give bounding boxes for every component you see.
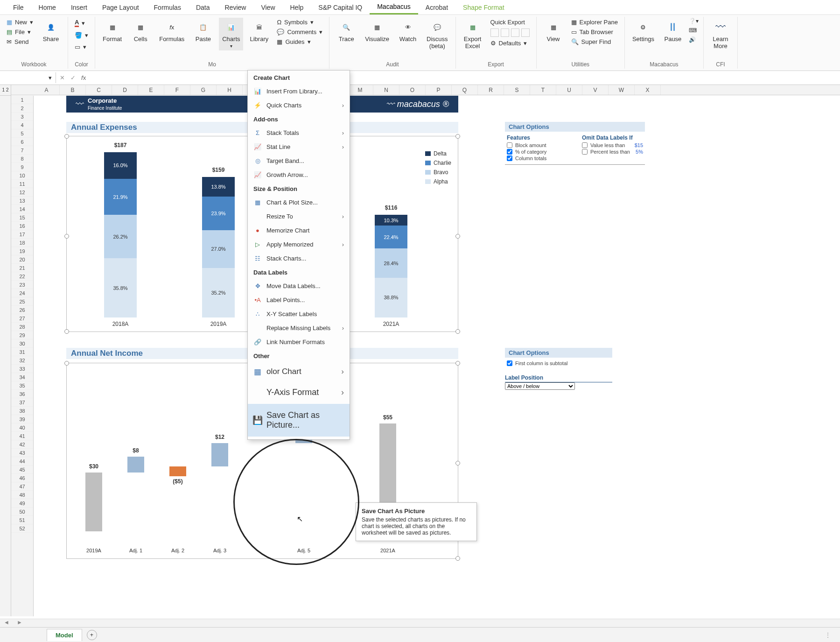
opt-value-less[interactable]: Value less than$15 <box>582 142 643 148</box>
menu-macabacus[interactable]: Macabacus <box>370 0 418 14</box>
sheet-tab-model[interactable]: Model <box>47 629 82 641</box>
resize-handle[interactable] <box>455 234 460 239</box>
menu-stack-totals[interactable]: ΣStack Totals› <box>248 126 350 140</box>
row-header[interactable]: 11 <box>11 180 33 188</box>
row-header[interactable]: 46 <box>11 474 33 482</box>
super-find-button[interactable]: 🔍 Super Find <box>569 37 620 46</box>
charts-button[interactable]: 📊Charts▾ <box>219 18 243 50</box>
row-header[interactable]: 18 <box>11 239 33 247</box>
row-header[interactable]: 3 <box>11 113 33 121</box>
fill-color-button[interactable]: 🪣 ▾ <box>73 31 90 40</box>
col-header[interactable]: X <box>635 85 661 95</box>
send-button[interactable]: ✉Send <box>5 37 35 46</box>
export-opt-icon4[interactable] <box>521 28 530 37</box>
sound-icon[interactable]: 🔊 <box>689 36 699 43</box>
row-header[interactable]: 36 <box>11 390 33 398</box>
row-header[interactable]: 30 <box>11 339 33 348</box>
row-header[interactable]: 33 <box>11 365 33 373</box>
formulas-button[interactable]: fxFormulas <box>156 18 187 44</box>
stacked-bar[interactable]: 38.8%28.4%22.4%10.3%$116 <box>375 215 407 317</box>
opt-pct-category[interactable]: % of category <box>507 148 568 155</box>
row-header[interactable]: 25 <box>11 297 33 306</box>
col-header[interactable]: A <box>34 85 60 95</box>
opt-block-amount[interactable]: Block amount <box>507 142 568 148</box>
export-opt-icon2[interactable] <box>501 28 509 37</box>
row-header[interactable]: 27 <box>11 314 33 323</box>
col-header[interactable]: B <box>60 85 86 95</box>
row-header[interactable]: 43 <box>11 449 33 457</box>
new-button[interactable]: ▦New ▾ <box>5 18 35 27</box>
paste-button[interactable]: 📋Paste <box>191 18 215 44</box>
menu-resize-to[interactable]: Resize To› <box>248 209 350 223</box>
opt-column-totals[interactable]: Column totals <box>507 155 568 162</box>
menu-view[interactable]: View <box>253 1 282 14</box>
resize-handle[interactable] <box>455 461 460 466</box>
menu-label-points[interactable]: •ALabel Points... <box>248 293 350 307</box>
row-header[interactable]: 5 <box>11 129 33 138</box>
quick-export-button[interactable]: Quick Export <box>489 18 532 27</box>
col-header[interactable]: D <box>112 85 138 95</box>
menu-apply-memorized[interactable]: ▷Apply Memorized› <box>248 237 350 251</box>
trace-button[interactable]: 🔍Trace <box>334 18 358 44</box>
menu-quick-charts[interactable]: ⚡Quick Charts› <box>248 98 350 112</box>
row-header[interactable]: 35 <box>11 381 33 390</box>
discuss-button[interactable]: 💬Discuss (beta) <box>424 18 451 51</box>
menu-memorize-chart[interactable]: ●Memorize Chart <box>248 223 350 237</box>
row-header[interactable]: 50 <box>11 508 33 516</box>
menu-review[interactable]: Review <box>217 1 254 14</box>
menu-spcapiq[interactable]: S&P Capital IQ <box>311 1 370 14</box>
col-header[interactable]: G <box>190 85 217 95</box>
row-header[interactable]: 1 <box>11 96 33 104</box>
row-header[interactable]: 47 <box>11 482 33 491</box>
menu-pagelayout[interactable]: Page Layout <box>95 1 147 14</box>
menu-growth-arrow[interactable]: 📈Growth Arrow... <box>248 168 350 182</box>
row-header[interactable]: 22 <box>11 272 33 281</box>
resize-handle[interactable] <box>455 329 460 334</box>
col-header[interactable]: M <box>347 85 373 95</box>
row-header[interactable]: 40 <box>11 423 33 432</box>
explorer-pane-button[interactable]: ▦ Explorer Pane <box>569 18 620 27</box>
col-header[interactable]: S <box>504 85 530 95</box>
help-icon[interactable]: ❔▾ <box>689 18 699 24</box>
export-excel-button[interactable]: ▦Export Excel <box>461 18 485 51</box>
col-header[interactable]: P <box>426 85 452 95</box>
col-header[interactable]: Q <box>452 85 478 95</box>
menu-save-chart-as-picture[interactable]: 💾Save Chart as Picture... <box>248 404 350 437</box>
resize-handle[interactable] <box>455 361 460 366</box>
symbols-button[interactable]: Ω Symbols ▾ <box>275 18 324 27</box>
row-header[interactable]: 48 <box>11 491 33 499</box>
opt-percent-less[interactable]: Percent less than5% <box>582 148 643 155</box>
menu-acrobat[interactable]: Acrobat <box>418 1 455 14</box>
resize-handle[interactable] <box>64 234 69 239</box>
learn-more-button[interactable]: 〰Learn More <box>708 18 733 51</box>
row-header[interactable]: 14 <box>11 205 33 213</box>
comments-button[interactable]: 💬 Comments ▾ <box>275 28 324 36</box>
label-position-select[interactable]: Above / below <box>505 382 575 390</box>
menu-file[interactable]: File <box>6 1 31 14</box>
row-header[interactable]: 6 <box>11 138 33 146</box>
col-header[interactable]: V <box>582 85 609 95</box>
share-button[interactable]: 👤Share <box>39 18 63 44</box>
row-header[interactable]: 28 <box>11 323 33 331</box>
col-header[interactable]: R <box>478 85 504 95</box>
menu-formulas[interactable]: Formulas <box>147 1 189 14</box>
row-header[interactable]: 7 <box>11 146 33 155</box>
col-header[interactable]: H <box>217 85 243 95</box>
menu-chart-plot-size[interactable]: ▦Chart & Plot Size... <box>248 195 350 209</box>
row-header[interactable]: 34 <box>11 373 33 381</box>
menu-color-chart[interactable]: ▦olor Chart› <box>248 362 350 381</box>
row-header[interactable]: 45 <box>11 466 33 474</box>
view-button[interactable]: ▦View <box>541 18 566 44</box>
col-header[interactable]: U <box>556 85 582 95</box>
stacked-bar[interactable]: 35.8%26.2%21.9%16.0%$187 <box>104 152 137 317</box>
row-header[interactable]: 19 <box>11 247 33 255</box>
row-header[interactable]: 13 <box>11 197 33 205</box>
row-header[interactable]: 39 <box>11 415 33 423</box>
menu-stat-line[interactable]: 📈Stat Line› <box>248 140 350 154</box>
col-header[interactable]: N <box>373 85 399 95</box>
row-header[interactable]: 24 <box>11 289 33 297</box>
pause-button[interactable]: ⏸Pause <box>661 18 685 44</box>
row-header[interactable]: 8 <box>11 155 33 163</box>
row-header[interactable]: 31 <box>11 348 33 356</box>
enter-icon[interactable]: ✓ <box>70 74 76 81</box>
